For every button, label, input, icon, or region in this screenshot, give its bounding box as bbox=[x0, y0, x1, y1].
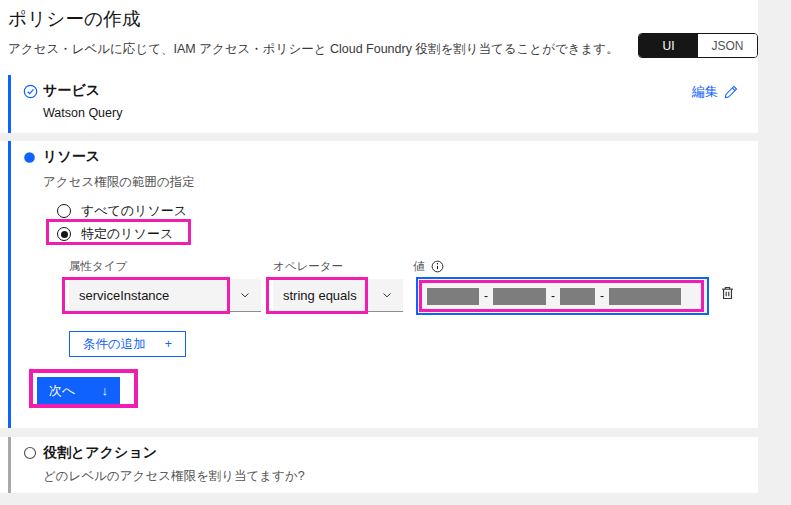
value-input[interactable]: - - - bbox=[416, 277, 709, 315]
section-resource: リソース アクセス権限の範囲の指定 すべてのリソース 特定のリソース 属性タイプ… bbox=[8, 141, 758, 428]
section-divider bbox=[0, 133, 791, 141]
edit-label: 編集 bbox=[692, 83, 718, 101]
checkmark-outline-icon bbox=[23, 84, 38, 99]
attribute-type-label: 属性タイプ bbox=[69, 259, 127, 274]
roles-section-title: 役割とアクション bbox=[43, 444, 157, 462]
value-separator: - bbox=[551, 289, 555, 303]
edit-service-button[interactable]: 編集 bbox=[692, 83, 738, 101]
redacted-value-segment bbox=[560, 288, 595, 305]
page-title: ポリシーの作成 bbox=[8, 6, 141, 31]
redacted-value-segment bbox=[493, 288, 546, 305]
resource-section-title: リソース bbox=[43, 148, 100, 166]
information-icon[interactable] bbox=[431, 260, 444, 273]
arrow-down-icon: ↓ bbox=[102, 383, 109, 398]
value-label: 値 bbox=[413, 259, 425, 274]
section-roles-actions: 役割とアクション どのレベルのアクセス権限を割り当てますか? bbox=[8, 437, 758, 493]
roles-section-subtitle: どのレベルのアクセス権限を割り当てますか? bbox=[43, 468, 305, 485]
radio-specific-resources[interactable]: 特定のリソース bbox=[57, 225, 173, 243]
value-separator: - bbox=[600, 289, 604, 303]
redacted-value-segment bbox=[609, 288, 681, 305]
page-subtitle: アクセス・レベルに応じて、IAM アクセス・ポリシーと Cloud Foundr… bbox=[8, 41, 619, 58]
plus-icon: + bbox=[165, 337, 172, 351]
filled-circle-icon bbox=[23, 151, 38, 166]
value-label-row: 値 bbox=[413, 259, 444, 274]
page-bottom-margin bbox=[0, 493, 791, 505]
radio-unchecked-icon bbox=[57, 204, 71, 218]
create-policy-page: ポリシーの作成 アクセス・レベルに応じて、IAM アクセス・ポリシーと Clou… bbox=[0, 0, 791, 505]
radio-all-resources[interactable]: すべてのリソース bbox=[57, 202, 187, 220]
service-section-title: サービス bbox=[43, 82, 100, 100]
ui-json-view-switcher: UI JSON bbox=[638, 33, 758, 58]
pencil-icon bbox=[724, 85, 738, 99]
redacted-value-segment bbox=[427, 288, 479, 305]
operator-label: オペレーター bbox=[273, 259, 343, 274]
value-separator: - bbox=[484, 289, 488, 303]
section-service: サービス Watson Query 編集 bbox=[8, 75, 758, 133]
radio-checked-icon bbox=[57, 227, 71, 241]
trash-can-icon[interactable] bbox=[719, 284, 736, 302]
resource-section-subtitle: アクセス権限の範囲の指定 bbox=[43, 174, 195, 191]
switcher-option-ui[interactable]: UI bbox=[639, 34, 698, 57]
add-condition-button[interactable]: 条件の追加 + bbox=[69, 331, 186, 357]
selected-service-name: Watson Query bbox=[43, 106, 122, 120]
next-button[interactable]: 次へ ↓ bbox=[37, 377, 120, 404]
empty-circle-icon bbox=[23, 446, 38, 461]
switcher-option-json[interactable]: JSON bbox=[698, 34, 757, 57]
section-divider bbox=[0, 428, 791, 437]
chevron-down-icon bbox=[239, 289, 251, 301]
attribute-type-dropdown[interactable]: serviceInstance bbox=[69, 279, 261, 312]
chevron-down-icon bbox=[381, 289, 393, 301]
operator-dropdown[interactable]: string equals bbox=[273, 279, 403, 312]
